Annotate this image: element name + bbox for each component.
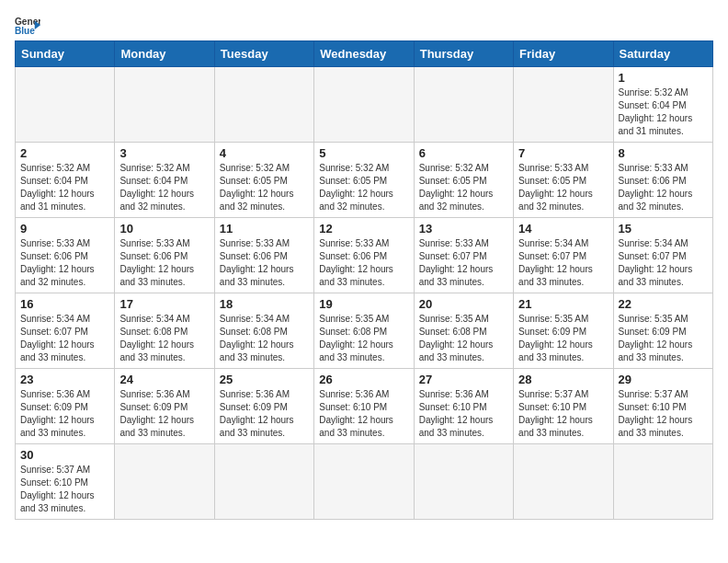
- calendar-day-cell: [414, 67, 513, 143]
- calendar-day-cell: 28Sunrise: 5:37 AM Sunset: 6:10 PM Dayli…: [514, 369, 613, 444]
- calendar-day-cell: 8Sunrise: 5:33 AM Sunset: 6:06 PM Daylig…: [613, 143, 712, 218]
- calendar-day-cell: 7Sunrise: 5:33 AM Sunset: 6:05 PM Daylig…: [514, 143, 613, 218]
- weekday-header-row: SundayMondayTuesdayWednesdayThursdayFrid…: [16, 41, 713, 67]
- day-number: 12: [319, 222, 408, 236]
- calendar-day-cell: 24Sunrise: 5:36 AM Sunset: 6:09 PM Dayli…: [115, 369, 214, 444]
- calendar-day-cell: [613, 444, 712, 520]
- calendar-table: SundayMondayTuesdayWednesdayThursdayFrid…: [15, 40, 713, 520]
- calendar-day-cell: 14Sunrise: 5:34 AM Sunset: 6:07 PM Dayli…: [514, 218, 613, 293]
- day-number: 1: [619, 71, 708, 85]
- calendar-day-cell: 18Sunrise: 5:34 AM Sunset: 6:08 PM Dayli…: [214, 293, 313, 369]
- day-number: 14: [518, 222, 608, 236]
- header: General Blue: [15, 15, 713, 37]
- calendar-day-cell: 25Sunrise: 5:36 AM Sunset: 6:09 PM Dayli…: [214, 369, 313, 444]
- weekday-header-cell: Friday: [514, 41, 613, 67]
- day-number: 7: [518, 146, 608, 160]
- calendar-day-cell: [514, 444, 613, 520]
- calendar-day-cell: [214, 67, 313, 143]
- calendar-day-cell: 5Sunrise: 5:32 AM Sunset: 6:05 PM Daylig…: [314, 143, 414, 218]
- day-number: 13: [419, 222, 508, 236]
- day-info: Sunrise: 5:34 AM Sunset: 6:07 PM Dayligh…: [20, 313, 109, 364]
- day-number: 15: [619, 222, 708, 236]
- calendar-week-row: 30Sunrise: 5:37 AM Sunset: 6:10 PM Dayli…: [16, 444, 713, 520]
- day-number: 18: [220, 297, 309, 311]
- day-number: 21: [518, 297, 608, 311]
- day-info: Sunrise: 5:36 AM Sunset: 6:09 PM Dayligh…: [220, 388, 309, 440]
- day-number: 3: [119, 146, 209, 160]
- calendar-day-cell: 20Sunrise: 5:35 AM Sunset: 6:08 PM Dayli…: [414, 293, 513, 369]
- day-info: Sunrise: 5:37 AM Sunset: 6:10 PM Dayligh…: [619, 388, 708, 440]
- day-info: Sunrise: 5:33 AM Sunset: 6:05 PM Dayligh…: [518, 162, 608, 213]
- day-info: Sunrise: 5:35 AM Sunset: 6:09 PM Dayligh…: [619, 313, 708, 364]
- day-info: Sunrise: 5:37 AM Sunset: 6:10 PM Dayligh…: [20, 464, 109, 515]
- day-info: Sunrise: 5:36 AM Sunset: 6:09 PM Dayligh…: [20, 388, 109, 440]
- calendar-day-cell: 6Sunrise: 5:32 AM Sunset: 6:05 PM Daylig…: [414, 143, 513, 218]
- day-number: 4: [220, 146, 309, 160]
- day-number: 22: [619, 297, 708, 311]
- day-info: Sunrise: 5:34 AM Sunset: 6:08 PM Dayligh…: [220, 313, 309, 364]
- calendar-day-cell: 23Sunrise: 5:36 AM Sunset: 6:09 PM Dayli…: [16, 369, 115, 444]
- calendar-day-cell: 3Sunrise: 5:32 AM Sunset: 6:04 PM Daylig…: [115, 143, 214, 218]
- day-number: 10: [119, 222, 209, 236]
- weekday-header-cell: Thursday: [414, 41, 513, 67]
- day-number: 6: [419, 146, 508, 160]
- day-info: Sunrise: 5:32 AM Sunset: 6:05 PM Dayligh…: [419, 162, 508, 213]
- weekday-header-cell: Wednesday: [314, 41, 414, 67]
- day-info: Sunrise: 5:32 AM Sunset: 6:04 PM Dayligh…: [20, 162, 109, 213]
- day-info: Sunrise: 5:37 AM Sunset: 6:10 PM Dayligh…: [518, 388, 608, 440]
- day-number: 20: [419, 297, 508, 311]
- day-number: 30: [20, 448, 109, 462]
- calendar-week-row: 23Sunrise: 5:36 AM Sunset: 6:09 PM Dayli…: [16, 369, 713, 444]
- calendar-day-cell: [314, 444, 414, 520]
- day-number: 9: [20, 222, 109, 236]
- weekday-header-cell: Sunday: [16, 41, 115, 67]
- day-info: Sunrise: 5:36 AM Sunset: 6:10 PM Dayligh…: [419, 388, 508, 440]
- day-number: 25: [220, 373, 309, 386]
- calendar-day-cell: 1Sunrise: 5:32 AM Sunset: 6:04 PM Daylig…: [613, 67, 712, 143]
- day-info: Sunrise: 5:32 AM Sunset: 6:05 PM Dayligh…: [220, 162, 309, 213]
- calendar-day-cell: [514, 67, 613, 143]
- day-number: 27: [419, 373, 508, 386]
- day-info: Sunrise: 5:34 AM Sunset: 6:07 PM Dayligh…: [619, 237, 708, 289]
- calendar-day-cell: 13Sunrise: 5:33 AM Sunset: 6:07 PM Dayli…: [414, 218, 513, 293]
- calendar-week-row: 9Sunrise: 5:33 AM Sunset: 6:06 PM Daylig…: [16, 218, 713, 293]
- day-number: 19: [319, 297, 408, 311]
- calendar-day-cell: [314, 67, 414, 143]
- day-info: Sunrise: 5:33 AM Sunset: 6:06 PM Dayligh…: [619, 162, 708, 213]
- calendar-day-cell: [16, 67, 115, 143]
- day-info: Sunrise: 5:32 AM Sunset: 6:04 PM Dayligh…: [119, 162, 209, 213]
- day-number: 2: [20, 146, 109, 160]
- day-number: 11: [220, 222, 309, 236]
- day-number: 8: [619, 146, 708, 160]
- day-info: Sunrise: 5:35 AM Sunset: 6:08 PM Dayligh…: [419, 313, 508, 364]
- day-info: Sunrise: 5:36 AM Sunset: 6:10 PM Dayligh…: [319, 388, 408, 440]
- calendar-day-cell: 27Sunrise: 5:36 AM Sunset: 6:10 PM Dayli…: [414, 369, 513, 444]
- svg-text:Blue: Blue: [15, 26, 35, 36]
- calendar-day-cell: 26Sunrise: 5:36 AM Sunset: 6:10 PM Dayli…: [314, 369, 414, 444]
- day-info: Sunrise: 5:35 AM Sunset: 6:08 PM Dayligh…: [319, 313, 408, 364]
- day-info: Sunrise: 5:32 AM Sunset: 6:05 PM Dayligh…: [319, 162, 408, 213]
- calendar-day-cell: [115, 444, 214, 520]
- weekday-header-cell: Saturday: [613, 41, 712, 67]
- calendar-day-cell: 22Sunrise: 5:35 AM Sunset: 6:09 PM Dayli…: [613, 293, 712, 369]
- day-number: 26: [319, 373, 408, 386]
- calendar-day-cell: [115, 67, 214, 143]
- calendar-day-cell: 30Sunrise: 5:37 AM Sunset: 6:10 PM Dayli…: [16, 444, 115, 520]
- calendar-day-cell: 2Sunrise: 5:32 AM Sunset: 6:04 PM Daylig…: [16, 143, 115, 218]
- day-number: 23: [20, 373, 109, 386]
- day-info: Sunrise: 5:32 AM Sunset: 6:04 PM Dayligh…: [619, 86, 708, 138]
- day-info: Sunrise: 5:36 AM Sunset: 6:09 PM Dayligh…: [119, 388, 209, 440]
- day-info: Sunrise: 5:33 AM Sunset: 6:06 PM Dayligh…: [220, 237, 309, 289]
- calendar-week-row: 16Sunrise: 5:34 AM Sunset: 6:07 PM Dayli…: [16, 293, 713, 369]
- calendar-day-cell: 9Sunrise: 5:33 AM Sunset: 6:06 PM Daylig…: [16, 218, 115, 293]
- calendar-day-cell: [414, 444, 513, 520]
- calendar-day-cell: 12Sunrise: 5:33 AM Sunset: 6:06 PM Dayli…: [314, 218, 414, 293]
- calendar-body: 1Sunrise: 5:32 AM Sunset: 6:04 PM Daylig…: [16, 67, 713, 520]
- logo-icon: General Blue: [15, 15, 40, 37]
- day-info: Sunrise: 5:33 AM Sunset: 6:06 PM Dayligh…: [119, 237, 209, 289]
- day-number: 28: [518, 373, 608, 386]
- calendar-day-cell: [214, 444, 313, 520]
- day-info: Sunrise: 5:34 AM Sunset: 6:08 PM Dayligh…: [119, 313, 209, 364]
- day-number: 29: [619, 373, 708, 386]
- calendar-day-cell: 29Sunrise: 5:37 AM Sunset: 6:10 PM Dayli…: [613, 369, 712, 444]
